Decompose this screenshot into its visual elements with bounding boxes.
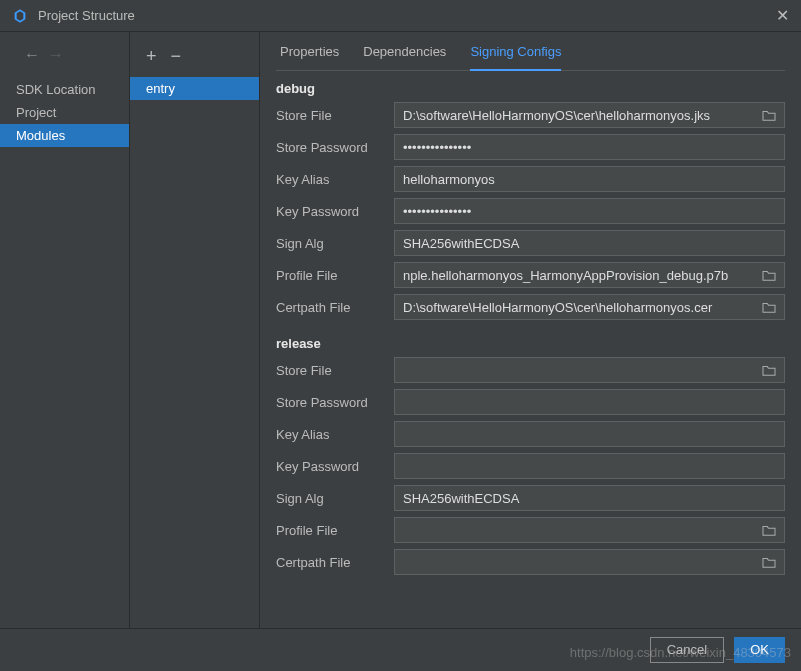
release-key-alias-input[interactable] [394, 421, 785, 447]
section-heading-debug: debug [276, 81, 785, 96]
field-value: nple.helloharmonyos_HarmonyAppProvision_… [403, 268, 728, 283]
release-store-file-input[interactable] [394, 357, 785, 383]
tab-properties[interactable]: Properties [280, 44, 339, 70]
release-store-password-row: Store Password [276, 389, 785, 415]
field-value: D:\software\HelloHarmonyOS\cer\helloharm… [403, 108, 710, 123]
field-label: Key Password [276, 204, 386, 219]
field-value: SHA256withECDSA [403, 236, 519, 251]
window-title: Project Structure [38, 8, 135, 23]
debug-certpath-file-input[interactable]: D:\software\HelloHarmonyOS\cer\helloharm… [394, 294, 785, 320]
field-label: Store File [276, 363, 386, 378]
release-key-password-row: Key Password [276, 453, 785, 479]
module-list-toolbar: + − [130, 42, 259, 77]
release-sign-alg-row: Sign Alg SHA256withECDSA [276, 485, 785, 511]
release-store-password-input[interactable] [394, 389, 785, 415]
nav-item-modules[interactable]: Modules [0, 124, 129, 147]
tabs: Properties Dependencies Signing Configs [276, 32, 785, 71]
debug-store-file-input[interactable]: D:\software\HelloHarmonyOS\cer\helloharm… [394, 102, 785, 128]
field-label: Key Alias [276, 427, 386, 442]
folder-icon[interactable] [762, 109, 776, 121]
nav-sidebar: ← → SDK Location Project Modules [0, 32, 130, 628]
release-sign-alg-input[interactable]: SHA256withECDSA [394, 485, 785, 511]
release-key-password-input[interactable] [394, 453, 785, 479]
debug-certpath-file-row: Certpath File D:\software\HelloHarmonyOS… [276, 294, 785, 320]
ok-button[interactable]: OK [734, 637, 785, 663]
field-label: Profile File [276, 268, 386, 283]
cancel-button[interactable]: Cancel [650, 637, 724, 663]
add-module-icon[interactable]: + [146, 46, 157, 67]
debug-sign-alg-input[interactable]: SHA256withECDSA [394, 230, 785, 256]
folder-icon[interactable] [762, 556, 776, 568]
folder-icon[interactable] [762, 524, 776, 536]
release-profile-file-row: Profile File [276, 517, 785, 543]
folder-icon[interactable] [762, 301, 776, 313]
field-label: Key Password [276, 459, 386, 474]
back-icon[interactable]: ← [24, 46, 40, 64]
field-value: D:\software\HelloHarmonyOS\cer\helloharm… [403, 300, 712, 315]
module-item-entry[interactable]: entry [130, 77, 259, 100]
release-profile-file-input[interactable] [394, 517, 785, 543]
debug-key-password-input[interactable]: ••••••••••••••• [394, 198, 785, 224]
field-value: ••••••••••••••• [403, 140, 471, 155]
dialog-footer: Cancel OK https://blog.csdn.net/weixin_4… [0, 628, 801, 670]
debug-profile-file-row: Profile File nple.helloharmonyos_Harmony… [276, 262, 785, 288]
debug-profile-file-input[interactable]: nple.helloharmonyos_HarmonyAppProvision_… [394, 262, 785, 288]
debug-key-password-row: Key Password ••••••••••••••• [276, 198, 785, 224]
release-certpath-file-row: Certpath File [276, 549, 785, 575]
field-label: Certpath File [276, 300, 386, 315]
release-store-file-row: Store File [276, 357, 785, 383]
main-panel: Properties Dependencies Signing Configs … [260, 32, 801, 628]
field-label: Store Password [276, 140, 386, 155]
debug-key-alias-row: Key Alias helloharmonyos [276, 166, 785, 192]
module-list: + − entry [130, 32, 260, 628]
debug-key-alias-input[interactable]: helloharmonyos [394, 166, 785, 192]
content-area: ← → SDK Location Project Modules + − ent… [0, 32, 801, 628]
release-certpath-file-input[interactable] [394, 549, 785, 575]
field-label: Store File [276, 108, 386, 123]
field-value: ••••••••••••••• [403, 204, 471, 219]
field-value: SHA256withECDSA [403, 491, 519, 506]
nav-item-project[interactable]: Project [0, 101, 129, 124]
folder-icon[interactable] [762, 269, 776, 281]
forward-icon[interactable]: → [48, 46, 64, 64]
debug-sign-alg-row: Sign Alg SHA256withECDSA [276, 230, 785, 256]
field-label: Sign Alg [276, 491, 386, 506]
debug-store-password-row: Store Password ••••••••••••••• [276, 134, 785, 160]
title-bar: Project Structure ✕ [0, 0, 801, 32]
field-label: Profile File [276, 523, 386, 538]
tab-signing-configs[interactable]: Signing Configs [470, 44, 561, 71]
field-label: Key Alias [276, 172, 386, 187]
field-label: Store Password [276, 395, 386, 410]
section-heading-release: release [276, 336, 785, 351]
app-logo-icon [12, 8, 28, 24]
field-label: Certpath File [276, 555, 386, 570]
debug-store-password-input[interactable]: ••••••••••••••• [394, 134, 785, 160]
debug-store-file-row: Store File D:\software\HelloHarmonyOS\ce… [276, 102, 785, 128]
field-value: helloharmonyos [403, 172, 495, 187]
folder-icon[interactable] [762, 364, 776, 376]
nav-history: ← → [0, 42, 129, 78]
field-label: Sign Alg [276, 236, 386, 251]
close-icon[interactable]: ✕ [776, 6, 789, 25]
remove-module-icon[interactable]: − [171, 46, 182, 67]
nav-item-sdk-location[interactable]: SDK Location [0, 78, 129, 101]
tab-dependencies[interactable]: Dependencies [363, 44, 446, 70]
release-key-alias-row: Key Alias [276, 421, 785, 447]
